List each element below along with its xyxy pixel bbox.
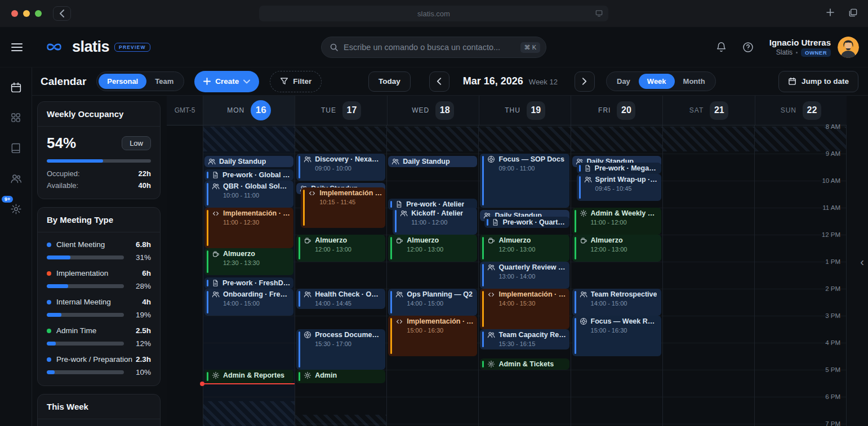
day-number[interactable]: 19 <box>527 101 545 120</box>
notifications-button[interactable] <box>716 42 727 53</box>
calendar-event[interactable]: Process Documenta...15:30 - 17:00 <box>296 329 385 370</box>
day-header-mon[interactable]: MON16 <box>203 96 295 125</box>
calendar-event[interactable]: QBR · Global Solutio...10:00 - 11:00 <box>204 181 293 208</box>
rail-item-book[interactable] <box>5 137 26 159</box>
calendar-event[interactable]: Pre-work · Global So... <box>204 169 293 181</box>
calendar-event[interactable]: Sprint Wrap-up · Me...09:45 - 10:45 <box>577 174 661 201</box>
jump-to-date-button[interactable]: Jump to date <box>778 71 858 92</box>
meeting-type-row: Client Meeting6.8h31% <box>47 240 151 262</box>
hour-gridline <box>203 343 295 343</box>
scope-team[interactable]: Team <box>146 74 182 89</box>
search-shortcut: ⌘ K <box>520 42 540 53</box>
code-icon <box>212 210 220 217</box>
rail-item-grid[interactable] <box>5 107 26 128</box>
today-button[interactable]: Today <box>368 71 411 92</box>
menu-button[interactable] <box>11 41 23 53</box>
calendar-event[interactable]: Almuerzo12:00 - 13:00 <box>572 235 661 262</box>
day-header-thu[interactable]: THU19 <box>479 96 571 125</box>
type-progress <box>47 342 124 346</box>
event-time: 09:00 - 11:00 <box>498 165 566 172</box>
previous-week-button[interactable] <box>429 71 449 92</box>
filter-button[interactable]: Filter <box>270 71 322 92</box>
calendar-event[interactable]: Pre-work · FreshDesk <box>204 277 293 289</box>
day-number[interactable]: 20 <box>617 101 635 120</box>
day-number[interactable]: 21 <box>710 101 728 120</box>
calendar-event[interactable]: Team Capacity Revi...15:30 - 16:15 <box>480 329 569 349</box>
day-column-tue[interactable]: Discovery · NexaScale09:00 - 10:00Daily … <box>295 125 386 426</box>
calendar-event[interactable]: Discovery · NexaScale09:00 - 10:00 <box>296 154 385 181</box>
calendar-event[interactable]: Daily Standup <box>388 156 477 167</box>
day-column-sat[interactable] <box>662 125 754 426</box>
focus-icon <box>580 317 587 325</box>
calendar-event[interactable]: Almuerzo12:30 - 13:30 <box>204 248 293 275</box>
command-search[interactable]: ⌘ K <box>321 37 546 58</box>
day-column-sun[interactable] <box>754 125 846 426</box>
search-input[interactable] <box>344 43 520 52</box>
tab-overview-button[interactable] <box>848 8 858 20</box>
day-column-mon[interactable]: Daily StandupPre-work · Global So...QBR … <box>203 125 295 426</box>
day-header-wed[interactable]: WED18 <box>387 96 479 125</box>
day-number[interactable]: 16 <box>251 100 271 120</box>
calendar-event[interactable]: Health Check · Omni...14:00 - 14:45 <box>296 289 385 309</box>
calendar-event[interactable]: Implementación · N...10:15 - 11:45 <box>301 187 385 228</box>
calendar-event[interactable]: Admin & Tickets <box>480 358 569 370</box>
zoom-window-button[interactable] <box>35 10 42 17</box>
day-column-wed[interactable]: Daily StandupPre-work · AtelierKickoff ·… <box>386 125 478 426</box>
type-hours: 6.8h <box>136 240 151 249</box>
calendar-event[interactable]: Daily Standup <box>204 156 293 167</box>
event-title: Process Documenta... <box>315 331 382 339</box>
calendar-event[interactable]: Onboarding · Fresh...14:00 - 15:00 <box>204 289 293 316</box>
rail-item-calendar[interactable] <box>5 77 26 98</box>
calendar-event[interactable]: Pre-work · MegaStore <box>577 163 661 174</box>
avatar[interactable] <box>838 37 859 58</box>
minimize-window-button[interactable] <box>23 10 30 17</box>
new-tab-button[interactable] <box>826 8 835 19</box>
reader-mode-icon[interactable] <box>595 9 603 19</box>
day-column-fri[interactable]: Daily StandupPre-work · MegaStoreSprint … <box>571 125 662 426</box>
rail-item-gear[interactable]: 9+ <box>5 198 26 219</box>
calendar-event[interactable]: Ops Planning — Q214:00 - 15:00 <box>388 289 477 316</box>
coffee-icon <box>487 236 495 244</box>
calendar-event[interactable]: Implementación · At...15:00 - 16:30 <box>388 316 477 356</box>
day-number[interactable]: 17 <box>342 101 361 120</box>
day-header-tue[interactable]: TUE17 <box>295 96 386 125</box>
calendar-event[interactable]: Focus — Week Recap15:00 - 16:30 <box>572 316 661 356</box>
calendar-event[interactable]: Kickoff · Atelier11:00 - 12:00 <box>393 208 477 235</box>
day-header-sun[interactable]: SUN22 <box>755 96 847 125</box>
hour-gridline <box>571 397 662 397</box>
calendar-event[interactable]: Admin & Reportes <box>204 370 293 383</box>
calendar-event[interactable]: Almuerzo12:00 - 13:00 <box>296 235 385 262</box>
browser-back-button[interactable] <box>53 6 71 21</box>
scope-personal[interactable]: Personal <box>99 74 146 89</box>
jump-label: Jump to date <box>802 77 849 86</box>
day-column-thu[interactable]: Focus — SOP Docs09:00 - 11:00Daily Stand… <box>478 125 570 426</box>
day-header-fri[interactable]: FRI20 <box>571 96 662 125</box>
view-day[interactable]: Day <box>608 74 639 89</box>
create-button[interactable]: Create <box>194 71 259 92</box>
calendar-event[interactable]: Almuerzo12:00 - 13:00 <box>480 235 569 262</box>
view-week[interactable]: Week <box>639 74 675 89</box>
calendar-event[interactable]: Quarterly Review · G...13:00 - 14:00 <box>480 262 569 289</box>
view-month[interactable]: Month <box>675 74 714 89</box>
calendar-event[interactable]: Implementación · M...14:00 - 15:30 <box>480 289 569 329</box>
help-button[interactable] <box>742 42 754 53</box>
calendar-event[interactable]: Implementación · Q...11:00 - 12:30 <box>204 208 293 248</box>
app-logo[interactable]: slatis PREVIEW <box>41 38 150 56</box>
calendar-event[interactable]: Almuerzo12:00 - 13:00 <box>388 235 477 262</box>
calendar-event[interactable]: Admin <box>296 370 385 383</box>
calendar-event[interactable]: Focus — SOP Docs09:00 - 11:00 <box>480 154 569 208</box>
calendar-event[interactable]: Pre-work · Quarterly... <box>484 217 569 228</box>
collapse-panel-button[interactable]: ‹ <box>860 255 864 268</box>
address-bar[interactable]: slatis.com <box>259 6 608 21</box>
calendar-event[interactable]: Admin & Weekly Rep...11:00 - 12:00 <box>572 208 661 235</box>
user-info[interactable]: Ignacio Utreras Slatis OWNER <box>769 38 831 57</box>
page-title: Calendar <box>41 75 86 88</box>
day-number[interactable]: 22 <box>803 101 821 120</box>
day-header-sat[interactable]: SAT21 <box>662 96 754 125</box>
day-number[interactable]: 18 <box>435 101 454 120</box>
calendar-event[interactable]: Team Retrospective14:00 - 15:00 <box>572 289 661 316</box>
rail-item-people[interactable] <box>5 168 26 189</box>
next-week-button[interactable] <box>575 71 595 92</box>
hour-gridline <box>387 397 478 397</box>
close-window-button[interactable] <box>11 10 18 17</box>
